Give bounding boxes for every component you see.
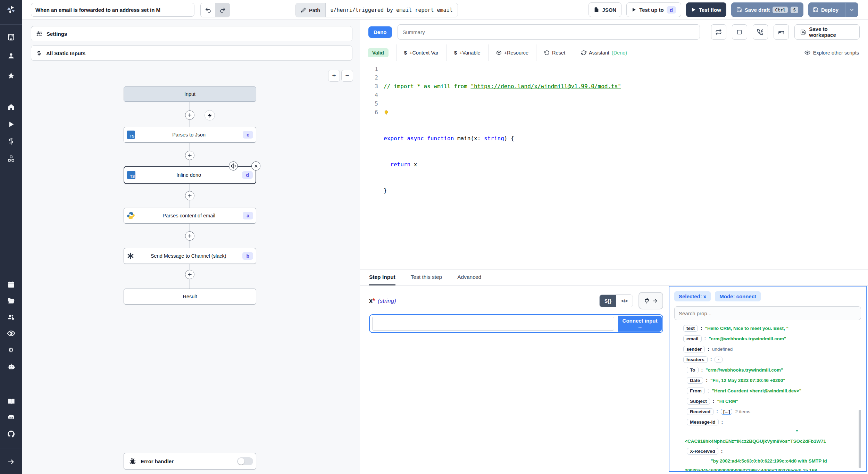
deploy-menu-button[interactable] bbox=[845, 3, 858, 17]
prop-value-line[interactable]: "by 2002:ad4:5c63:0:b0:622:199c:c4d0 wit… bbox=[674, 456, 861, 466]
github-icon[interactable] bbox=[0, 427, 22, 441]
runs-icon[interactable] bbox=[0, 117, 22, 131]
zoom-out-button[interactable]: − bbox=[341, 70, 353, 82]
step-tabs: Step Input Test this step Advanced bbox=[360, 269, 868, 286]
prop-row[interactable]: From:"Henri Courdent <henri@windmill.dev… bbox=[674, 385, 861, 396]
groups-icon[interactable] bbox=[0, 310, 22, 324]
template-mode-button[interactable]: ${} bbox=[600, 295, 616, 307]
flow-node-result[interactable]: Result bbox=[124, 289, 256, 305]
error-handler-node[interactable]: Error handler bbox=[124, 453, 256, 469]
search-prop-input[interactable] bbox=[674, 306, 861, 320]
trigger-button[interactable] bbox=[205, 110, 215, 120]
language-badge[interactable]: Deno bbox=[368, 26, 392, 38]
summary-input[interactable] bbox=[398, 24, 700, 40]
add-step-button[interactable] bbox=[185, 270, 194, 279]
add-context-var-button[interactable]: $ +Context Var bbox=[397, 50, 446, 56]
call-button[interactable] bbox=[753, 24, 768, 40]
code-mode-button[interactable]: </> bbox=[616, 295, 633, 307]
assistant-button[interactable]: Assistant (Deno) bbox=[573, 50, 635, 56]
maximize-button[interactable] bbox=[732, 24, 747, 40]
add-variable-button[interactable]: $ +Variable bbox=[446, 50, 488, 56]
path-group[interactable]: Path u/henri/triggered_by_email_report_e… bbox=[295, 3, 458, 17]
tab-test-this-step[interactable]: Test this step bbox=[411, 270, 442, 285]
flow-panel: Settings All Static Inputs + − Input TS … bbox=[22, 19, 360, 474]
add-step-button[interactable] bbox=[185, 191, 194, 200]
deploy-split-button: Deploy bbox=[808, 2, 858, 17]
bed-icon bbox=[778, 29, 784, 35]
flow-node-parses-to-json[interactable]: TS Parses to Json c bbox=[124, 127, 256, 143]
test-flow-button[interactable]: Test flow bbox=[686, 2, 726, 17]
resources-icon[interactable] bbox=[0, 152, 22, 166]
undo-button[interactable] bbox=[201, 3, 215, 17]
favorites-icon[interactable] bbox=[0, 69, 22, 83]
variables-icon[interactable] bbox=[0, 134, 22, 148]
path-value[interactable]: u/henri/triggered_by_email_report_email bbox=[325, 3, 458, 17]
reset-button[interactable]: Reset bbox=[536, 50, 573, 56]
connect-input-button[interactable]: Connect input → bbox=[618, 316, 662, 332]
flow-title-input[interactable] bbox=[31, 3, 194, 17]
prop-row[interactable]: Message-Id: bbox=[674, 417, 861, 427]
prop-row[interactable]: Date:"Fri, 12 May 2023 07:30:46 +0200" bbox=[674, 375, 861, 385]
prop-value-line[interactable]: 20020ad45c63000000b00622199cc4d0mr130376… bbox=[674, 466, 861, 472]
arrow-right-icon bbox=[652, 298, 658, 304]
collapse-toggle[interactable]: - bbox=[715, 357, 722, 363]
prop-row[interactable]: X-Received: bbox=[674, 446, 861, 456]
refresh-button[interactable] bbox=[711, 24, 726, 40]
prop-row[interactable]: email:"crm@webhooks.trywindmill.com" bbox=[674, 333, 861, 344]
prop-row[interactable]: Received:[...]2 items bbox=[674, 406, 861, 417]
collapse-icon[interactable] bbox=[0, 455, 22, 469]
arrows-move-icon bbox=[231, 163, 236, 169]
expand-array-button[interactable]: [...] bbox=[721, 409, 733, 415]
error-handler-toggle[interactable] bbox=[237, 457, 253, 465]
sleep-button[interactable] bbox=[774, 24, 789, 40]
prop-row[interactable]: Subject:"Hi CRM" bbox=[674, 396, 861, 406]
home-icon[interactable] bbox=[0, 100, 22, 114]
prop-row[interactable]: To:"crm@webhooks.trywindmill.com" bbox=[674, 365, 861, 375]
code-line bbox=[384, 212, 621, 221]
indent-guide bbox=[675, 323, 675, 472]
prop-value-line[interactable]: " bbox=[674, 427, 861, 436]
scrollbar[interactable] bbox=[859, 410, 861, 468]
tab-step-input[interactable]: Step Input bbox=[369, 270, 395, 285]
deploy-button[interactable]: Deploy bbox=[809, 3, 843, 17]
folders-icon[interactable] bbox=[0, 294, 22, 308]
flow-settings-bar[interactable]: Settings bbox=[31, 26, 352, 41]
add-step-button[interactable] bbox=[185, 151, 194, 160]
json-button[interactable]: JSON bbox=[589, 2, 621, 17]
zoom-in-button[interactable]: + bbox=[328, 70, 340, 82]
add-step-button[interactable] bbox=[185, 110, 194, 120]
workspace-icon[interactable] bbox=[0, 30, 22, 44]
docs-icon[interactable] bbox=[0, 394, 22, 408]
add-resource-button[interactable]: +Resource bbox=[489, 50, 536, 56]
add-step-button[interactable] bbox=[185, 231, 194, 241]
prop-row[interactable]: headers:- bbox=[674, 354, 861, 365]
windmill-logo-icon[interactable] bbox=[0, 3, 22, 17]
schedules-icon[interactable] bbox=[0, 278, 22, 292]
explore-other-scripts-button[interactable]: Explore other scripts bbox=[804, 50, 868, 56]
connect-plug-button[interactable] bbox=[639, 292, 663, 309]
move-step-handle[interactable] bbox=[229, 161, 238, 171]
redo-button[interactable] bbox=[215, 3, 230, 17]
user-icon[interactable] bbox=[0, 49, 22, 63]
flow-static-inputs-bar[interactable]: All Static Inputs bbox=[31, 45, 352, 61]
required-asterisk: * bbox=[373, 297, 375, 304]
delete-step-button[interactable] bbox=[251, 161, 260, 171]
save-to-workspace-button[interactable]: Save to workspace bbox=[794, 24, 860, 40]
audit-logs-icon[interactable] bbox=[0, 326, 22, 340]
prop-row[interactable]: sender:undefined bbox=[674, 344, 861, 354]
square-icon bbox=[736, 29, 742, 35]
flow-node-parses-content[interactable]: Parses content of email a bbox=[124, 208, 256, 224]
prop-value-line[interactable]: <CAC818hk4NphcENz=iKcz2BQGUjkVym8Vos=TSO… bbox=[674, 436, 861, 446]
prop-row[interactable]: text:"Hello CRM, Nice to meet you. Best,… bbox=[674, 323, 861, 333]
flow-node-send-message[interactable]: Send Message to Channel (slack) b bbox=[124, 248, 256, 264]
flow-settings-label: Settings bbox=[47, 31, 67, 37]
discord-icon[interactable] bbox=[0, 410, 22, 424]
tab-advanced[interactable]: Advanced bbox=[457, 270, 481, 285]
step-input-field[interactable] bbox=[372, 317, 614, 331]
settings-icon[interactable] bbox=[0, 343, 22, 357]
save-draft-button[interactable]: Save draft Ctrl S bbox=[731, 2, 803, 17]
workers-icon[interactable] bbox=[0, 360, 22, 374]
flow-node-input[interactable]: Input bbox=[124, 86, 256, 102]
code-editor[interactable]: 1 2 3 4 5 6 // import * as wmill from "h… bbox=[360, 61, 868, 269]
test-up-to-button[interactable]: Test up to d bbox=[626, 2, 681, 17]
